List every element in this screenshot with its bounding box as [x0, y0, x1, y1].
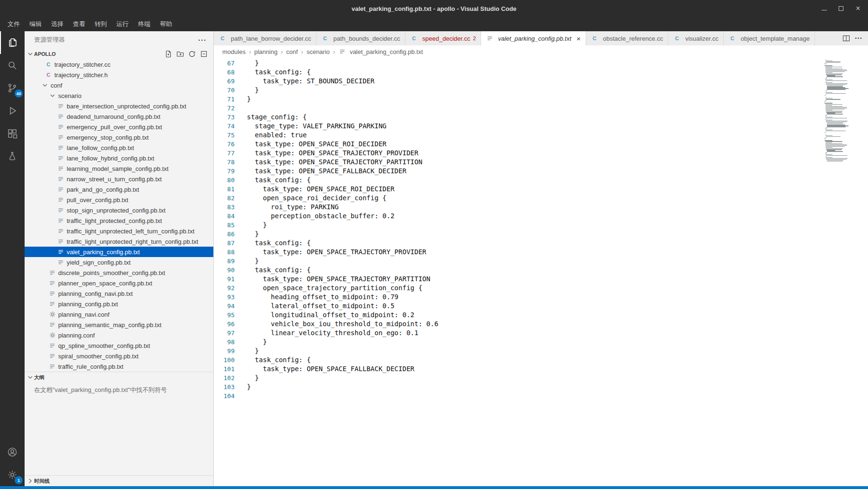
tree-item-planning_navi.conf[interactable]: planning_navi.conf — [25, 309, 213, 320]
tree-item-conf[interactable]: conf — [25, 80, 213, 90]
tab-valet_parking_config.pb.txt[interactable]: valet_parking_config.pb.txt× — [481, 31, 586, 45]
tree-item-pull_over_config.pb.txt[interactable]: pull_over_config.pb.txt — [25, 195, 213, 205]
tree-item-trajectory_stitcher.h[interactable]: Ctrajectory_stitcher.h — [25, 70, 213, 80]
minimap-line — [825, 145, 847, 146]
plugin-flask-icon[interactable] — [0, 145, 25, 168]
code-text: task_type: OPEN_SPACE_TRAJECTORY_PROVIDE… — [247, 149, 418, 158]
breadcrumb-modules[interactable]: modules — [222, 48, 245, 55]
tab-path_bounds_decider.cc[interactable]: Cpath_bounds_decider.cc — [316, 31, 405, 45]
minimap-line — [825, 81, 826, 82]
text-file-icon — [48, 342, 56, 349]
tree-item-bare_intersection_unprotected_config.pb.txt[interactable]: bare_intersection_unprotected_config.pb.… — [25, 101, 213, 111]
new-folder-icon[interactable] — [176, 50, 184, 58]
account-icon[interactable] — [0, 441, 25, 463]
tree-item-traffic_light_unprotected_right_turn_config.pb.txt[interactable]: traffic_light_unprotected_right_turn_con… — [25, 236, 213, 247]
maximize-icon[interactable] — [838, 5, 844, 12]
tab-speed_decider.cc[interactable]: Cspeed_decider.cc2 — [405, 31, 481, 45]
tree-item-planning_config_navi.pb.txt[interactable]: planning_config_navi.pb.txt — [25, 288, 213, 299]
tree-item-label: bare_intersection_unprotected_config.pb.… — [67, 103, 186, 110]
editor-more-actions-icon[interactable]: ··· — [855, 34, 862, 43]
minimap-line — [826, 90, 827, 90]
cpp-file-icon: C — [410, 36, 418, 41]
breadcrumb-conf[interactable]: conf — [286, 48, 298, 55]
tree-item-spiral_smoother_config.pb.txt[interactable]: spiral_smoother_config.pb.txt — [25, 351, 213, 361]
breadcrumb-valet_parking_config.pb.txt[interactable]: valet_parking_config.pb.txt — [338, 48, 423, 55]
apollo-section-header[interactable]: APOLLO — [25, 48, 213, 59]
minimap[interactable] — [824, 60, 860, 162]
menu-item-帮助[interactable]: 帮助 — [155, 17, 177, 31]
tree-item-lane_follow_hybrid_config.pb.txt[interactable]: lane_follow_hybrid_config.pb.txt — [25, 153, 213, 163]
tree-item-learning_model_sample_config.pb.txt[interactable]: learning_model_sample_config.pb.txt — [25, 163, 213, 174]
minimap-line — [825, 104, 842, 105]
menu-item-转到[interactable]: 转到 — [90, 17, 112, 31]
extensions-icon[interactable] — [0, 122, 25, 145]
tab-visualizer.cc[interactable]: Cvisualizer.cc — [668, 31, 724, 45]
breadcrumb-scenario[interactable]: scenario — [307, 48, 330, 55]
close-icon[interactable]: × — [855, 5, 861, 12]
tree-item-planning_config.pb.txt[interactable]: planning_config.pb.txt — [25, 299, 213, 309]
tab-object_template_manage[interactable]: Cobject_template_manage — [724, 31, 815, 45]
tree-item-qp_spline_smoother_config.pb.txt[interactable]: qp_spline_smoother_config.pb.txt — [25, 340, 213, 351]
minimap-line — [825, 94, 826, 95]
tree-item-yield_sign_config.pb.txt[interactable]: yield_sign_config.pb.txt — [25, 257, 213, 267]
breadcrumb-planning[interactable]: planning — [254, 48, 277, 55]
tree-item-park_and_go_config.pb.txt[interactable]: park_and_go_config.pb.txt — [25, 184, 213, 195]
tree-item-traffic_rule_config.pb.txt[interactable]: traffic_rule_config.pb.txt — [25, 361, 213, 372]
tree-item-label: traffic_rule_config.pb.txt — [58, 363, 123, 370]
tree-item-label: planner_open_space_config.pb.txt — [58, 280, 152, 287]
close-tab-icon[interactable]: × — [577, 35, 581, 43]
tree-item-scenario[interactable]: scenario — [25, 90, 213, 101]
tree-item-planning.conf[interactable]: planning.conf — [25, 330, 213, 340]
tree-item-label: pull_over_config.pb.txt — [67, 196, 128, 204]
code-text: } — [247, 230, 259, 239]
tree-item-valet_parking_config.pb.txt[interactable]: valet_parking_config.pb.txt — [25, 247, 213, 257]
search-icon[interactable] — [0, 54, 25, 77]
outline-empty-message: 在文档"valet_parking_config.pb.txt"中找不到符号 — [25, 382, 213, 398]
minimap-line — [826, 155, 847, 156]
line-number: 95 — [214, 311, 247, 320]
tree-item-emergency_pull_over_config.pb.txt[interactable]: emergency_pull_over_config.pb.txt — [25, 122, 213, 132]
source-control-icon[interactable]: 40 — [0, 77, 25, 99]
explorer-icon[interactable] — [0, 31, 25, 54]
code-editor[interactable]: 67 }68 task_config: {69 task_type: ST_BO… — [214, 58, 868, 486]
tree-item-trajectory_stitcher.cc[interactable]: Ctrajectory_stitcher.cc — [25, 59, 213, 70]
tree-item-traffic_light_unprotected_left_turn_config.pb.txt[interactable]: traffic_light_unprotected_left_turn_conf… — [25, 226, 213, 236]
menu-item-选择[interactable]: 选择 — [46, 17, 68, 31]
tree-item-label: stop_sign_unprotected_config.pb.txt — [67, 207, 166, 214]
status-bar[interactable] — [0, 486, 868, 489]
tab-path_lane_borrow_decider.cc[interactable]: Cpath_lane_borrow_decider.cc — [214, 31, 316, 45]
outline-section-header[interactable]: 大纲 — [25, 372, 213, 382]
tab-bar-actions: ··· — [837, 31, 868, 45]
menu-item-查看[interactable]: 查看 — [68, 17, 90, 31]
text-file-icon — [48, 353, 56, 360]
tree-item-planner_open_space_config.pb.txt[interactable]: planner_open_space_config.pb.txt — [25, 278, 213, 288]
tree-item-planning_semantic_map_config.pb.txt[interactable]: planning_semantic_map_config.pb.txt — [25, 320, 213, 330]
tab-obstacle_reference.cc[interactable]: Cobstacle_reference.cc — [586, 31, 668, 45]
split-editor-icon[interactable] — [842, 35, 850, 42]
line-number: 92 — [214, 284, 247, 293]
code-line: 68 task_config: { — [214, 68, 868, 77]
settings-gear-icon[interactable]: 1 — [0, 463, 25, 486]
tree-item-traffic_light_protected_config.pb.txt[interactable]: traffic_light_protected_config.pb.txt — [25, 215, 213, 226]
menu-item-文件[interactable]: 文件 — [3, 17, 25, 31]
timeline-section-header[interactable]: 时间线 — [25, 475, 213, 486]
menu-item-运行[interactable]: 运行 — [112, 17, 133, 31]
line-number: 79 — [214, 167, 247, 176]
tree-item-lane_follow_config.pb.txt[interactable]: lane_follow_config.pb.txt — [25, 142, 213, 153]
menu-item-终端[interactable]: 终端 — [133, 17, 155, 31]
tree-item-emergency_stop_config.pb.txt[interactable]: emergency_stop_config.pb.txt — [25, 132, 213, 142]
code-line: 85 } — [214, 221, 868, 230]
tree-item-discrete_points_smoother_config.pb.txt[interactable]: discrete_points_smoother_config.pb.txt — [25, 267, 213, 278]
collapse-folders-icon[interactable] — [200, 50, 208, 58]
minimize-icon[interactable] — [821, 5, 827, 12]
more-actions-icon[interactable]: ··· — [198, 36, 207, 44]
code-text: } — [247, 221, 267, 230]
menu-item-编辑[interactable]: 编辑 — [25, 17, 46, 31]
tree-item-narrow_street_u_turn_config.pb.txt[interactable]: narrow_street_u_turn_config.pb.txt — [25, 174, 213, 184]
tree-item-stop_sign_unprotected_config.pb.txt[interactable]: stop_sign_unprotected_config.pb.txt — [25, 205, 213, 215]
tree-item-deadend_turnaround_config.pb.txt[interactable]: deadend_turnaround_config.pb.txt — [25, 111, 213, 122]
run-debug-icon[interactable] — [0, 99, 25, 122]
new-file-icon[interactable] — [165, 50, 172, 58]
refresh-icon[interactable] — [188, 50, 196, 58]
minimap-line — [825, 119, 826, 119]
